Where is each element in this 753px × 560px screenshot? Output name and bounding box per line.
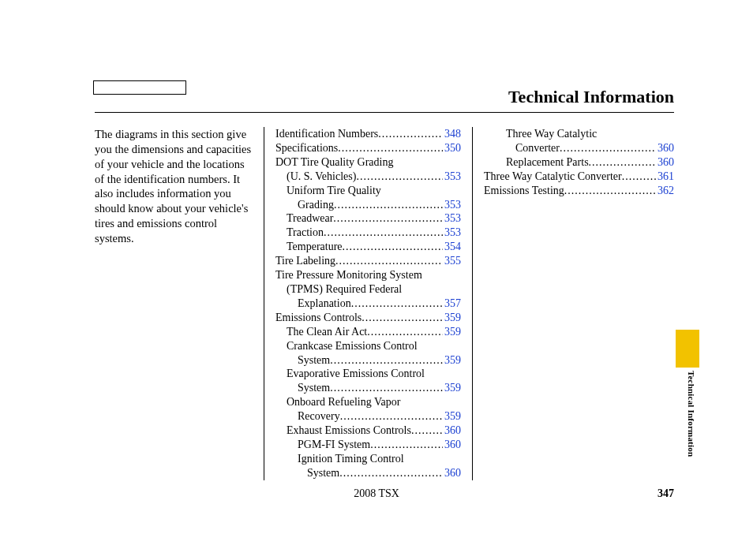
toc-label: Identification Numbers bbox=[275, 127, 378, 141]
toc-entry: Exhaust Emissions Controls360 bbox=[275, 424, 461, 438]
toc-entry: Grading353 bbox=[275, 198, 461, 212]
toc-leader-dots bbox=[334, 198, 443, 212]
toc-page-link[interactable]: 361 bbox=[656, 170, 674, 184]
toc-label: Treadwear bbox=[287, 211, 333, 226]
toc-page-link[interactable]: 357 bbox=[443, 297, 461, 311]
toc-page-link[interactable]: 359 bbox=[443, 409, 461, 424]
toc-entry: Recovery359 bbox=[275, 409, 461, 424]
toc-label: Three Way Catalytic bbox=[506, 127, 597, 141]
toc-entry: Emissions Testing362 bbox=[484, 184, 674, 198]
toc-label: (TPMS) Required Federal bbox=[287, 282, 402, 297]
toc-label: Three Way Catalytic Converter bbox=[484, 170, 622, 184]
toc-page-link[interactable]: 348 bbox=[443, 127, 461, 141]
toc-leader-dots bbox=[335, 254, 443, 268]
toc-page-link[interactable]: 360 bbox=[443, 438, 461, 452]
toc-page-link[interactable]: 355 bbox=[443, 254, 461, 268]
toc-entry: Replacement Parts360 bbox=[484, 155, 674, 170]
toc-leader-dots bbox=[324, 226, 443, 240]
page: Technical Information The diagrams in th… bbox=[0, 0, 753, 560]
toc-entry: Tire Pressure Monitoring System bbox=[275, 268, 461, 282]
toc-entry: Onboard Refueling Vapor bbox=[275, 395, 461, 409]
toc-label: Onboard Refueling Vapor bbox=[287, 395, 400, 409]
toc-leader-dots bbox=[330, 381, 443, 395]
page-number: 347 bbox=[657, 487, 674, 500]
toc-leader-dots bbox=[560, 141, 656, 155]
toc-leader-dots bbox=[564, 184, 656, 198]
toc-entry: The Clean Air Act359 bbox=[275, 325, 461, 339]
toc-leader-dots bbox=[330, 353, 443, 368]
toc-page-link[interactable]: 360 bbox=[656, 141, 674, 155]
toc-entry: System359 bbox=[275, 353, 461, 368]
toc-page-link[interactable]: 354 bbox=[443, 240, 461, 254]
toc-page-link[interactable]: 360 bbox=[656, 155, 674, 170]
toc-page-link[interactable]: 350 bbox=[443, 141, 461, 155]
toc-entry: Uniform Tire Quality bbox=[275, 184, 461, 198]
toc-page-link[interactable]: 353 bbox=[443, 226, 461, 240]
toc-leader-dots bbox=[589, 155, 656, 170]
side-tab-label: Technical Information bbox=[677, 371, 696, 457]
toc-label: Traction bbox=[287, 226, 324, 240]
toc-entry: Tire Labeling355 bbox=[275, 254, 461, 268]
toc-label: Evaporative Emissions Control bbox=[287, 367, 425, 381]
intro-text: The diagrams in this section give you th… bbox=[95, 127, 254, 246]
toc-label: Emissions Testing bbox=[484, 184, 564, 198]
toc-entry: Traction353 bbox=[275, 226, 461, 240]
toc-entry: Ignition Timing Control bbox=[275, 452, 461, 466]
toc-leader-dots bbox=[622, 170, 656, 184]
toc-entry: Temperature354 bbox=[275, 240, 461, 254]
toc-entry: Three Way Catalytic bbox=[484, 127, 674, 141]
toc-entry: Converter360 bbox=[484, 141, 674, 155]
toc-page-link[interactable]: 359 bbox=[443, 325, 461, 339]
toc-label: Replacement Parts bbox=[506, 155, 589, 170]
toc-page-link[interactable]: 360 bbox=[443, 424, 461, 438]
toc-entry: Crankcase Emissions Control bbox=[275, 339, 461, 353]
toc-entry: Emissions Controls359 bbox=[275, 311, 461, 325]
toc-leader-dots bbox=[370, 438, 443, 452]
toc-entry: PGM-FI System360 bbox=[275, 438, 461, 452]
side-tab bbox=[676, 330, 699, 368]
toc-entry: Explanation357 bbox=[275, 297, 461, 311]
toc-label: System bbox=[298, 381, 330, 395]
toc-entry: System359 bbox=[275, 381, 461, 395]
toc-page-link[interactable]: 359 bbox=[443, 381, 461, 395]
toc-label: The Clean Air Act bbox=[287, 325, 367, 339]
columns: The diagrams in this section give you th… bbox=[95, 127, 674, 480]
toc-leader-dots bbox=[343, 240, 443, 254]
toc-label: Grading bbox=[298, 198, 334, 212]
toc-page-link[interactable]: 353 bbox=[443, 170, 461, 184]
col-toc-right: Three Way CatalyticConverter360Replaceme… bbox=[473, 127, 674, 480]
toc-label: Explanation bbox=[298, 297, 351, 311]
toc-entry: Three Way Catalytic Converter361 bbox=[484, 170, 674, 184]
toc-leader-dots bbox=[362, 311, 443, 325]
toc-label: Tire Labeling bbox=[275, 254, 335, 268]
toc-label: Converter bbox=[515, 141, 560, 155]
toc-leader-dots bbox=[340, 409, 443, 424]
toc-entry: Specifications350 bbox=[275, 141, 461, 155]
toc-label: System bbox=[298, 353, 330, 368]
toc-label: Crankcase Emissions Control bbox=[287, 339, 418, 353]
toc-page-link[interactable]: 360 bbox=[443, 466, 461, 480]
toc-leader-dots bbox=[356, 170, 443, 184]
toc-page-link[interactable]: 359 bbox=[443, 311, 461, 325]
toc-label: Uniform Tire Quality bbox=[287, 184, 381, 198]
toc-label: Ignition Timing Control bbox=[298, 452, 404, 466]
toc-entry: (TPMS) Required Federal bbox=[275, 282, 461, 297]
toc-entry: (U. S. Vehicles)353 bbox=[275, 170, 461, 184]
toc-label: DOT Tire Quality Grading bbox=[275, 155, 393, 170]
toc-page-link[interactable]: 353 bbox=[443, 198, 461, 212]
toc-entry: Identification Numbers348 bbox=[275, 127, 461, 141]
toc-label: Emissions Controls bbox=[275, 311, 362, 325]
toc-leader-dots bbox=[378, 127, 443, 141]
toc-page-link[interactable]: 359 bbox=[443, 353, 461, 368]
footer-model: 2008 TSX bbox=[0, 487, 753, 500]
toc-label: Tire Pressure Monitoring System bbox=[275, 268, 422, 282]
toc-label: Temperature bbox=[287, 240, 343, 254]
toc-leader-dots bbox=[367, 325, 443, 339]
col-toc-left: Identification Numbers348Specifications3… bbox=[264, 127, 473, 480]
toc-leader-dots bbox=[411, 424, 443, 438]
toc-page-link[interactable]: 362 bbox=[656, 184, 674, 198]
toc-page-link[interactable]: 353 bbox=[443, 211, 461, 226]
toc-label: System bbox=[307, 466, 339, 480]
title-rule bbox=[95, 112, 674, 113]
col-intro: The diagrams in this section give you th… bbox=[95, 127, 264, 480]
